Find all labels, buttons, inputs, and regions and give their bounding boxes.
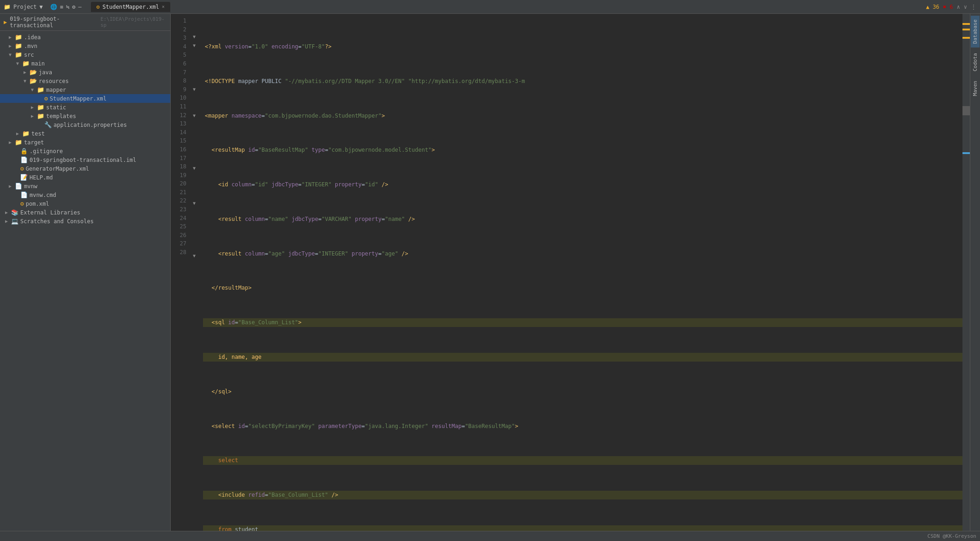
code-editor[interactable]: <?xml version="1.0" encoding="UTF-8"?> <… [198,14,962,531]
settings-icon[interactable]: ⚙ [72,4,75,10]
sidebar-item-pom[interactable]: ⚙ pom.xml [0,199,170,208]
line-content-1: <?xml version="1.0" encoding="UTF-8"?> [203,42,332,51]
fold-17 [190,157,198,166]
sidebar-item-idea[interactable]: ▶ 📁 .idea [0,33,170,42]
align-icon[interactable]: ≡ [60,4,63,10]
line-content-10: id, name, age [203,353,262,362]
code-line-15: from student [203,525,962,531]
right-tab-maven[interactable]: Maven [971,77,980,100]
extlibs-arrow: ▶ [4,210,9,215]
right-tab-database[interactable]: Database [971,16,980,48]
line-numbers: 12345 678910 1112131415 1617181920 21222… [171,14,190,531]
sidebar-item-resources[interactable]: ▼ 📂 resources [0,77,170,85]
java-arrow: ▶ [22,70,28,75]
static-folder-icon: 📁 [37,104,44,111]
fold-20 [190,183,198,192]
sidebar-item-java[interactable]: ▶ 📂 java [0,68,170,77]
sidebar-item-src[interactable]: ▼ 📁 src [0,50,170,59]
right-tab-codota[interactable]: Codota [971,49,980,75]
sidebar-item-static[interactable]: ▶ 📁 static [0,103,170,112]
templates-arrow: ▶ [30,113,35,119]
sidebar-item-test[interactable]: ▶ 📁 test [0,129,170,138]
fold-2[interactable] [190,25,198,34]
more-options-icon[interactable]: ⋮ [971,4,976,10]
idea-folder-icon: 📁 [15,34,22,41]
folder-icon: ▶ [4,19,7,25]
mvn-arrow: ▶ [7,43,13,48]
help-label: HELP.md [30,174,53,181]
project-path: E:\IDEA\Projects\019-sp [101,16,167,28]
sidebar-item-gitignore[interactable]: 🔒 .gitignore [0,147,170,155]
fold-18[interactable]: ▼ [190,166,198,174]
minimize-icon[interactable]: – [78,4,82,10]
sidebar-item-templates[interactable]: ▶ 📁 templates [0,112,170,120]
scroll-indicator[interactable] [962,14,970,531]
fold-13 [190,122,198,131]
extlibs-label: External Libraries [20,209,80,216]
sidebar-item-extlibs[interactable]: ▶ 📚 External Libraries [0,208,170,217]
editor-content[interactable]: 12345 678910 1112131415 1617181920 21222… [171,14,970,531]
sidebar-item-studentmapper[interactable]: ⚙ StudentMapper.xml [0,94,170,103]
scroll-warning-1 [962,23,970,25]
idea-arrow: ▶ [7,35,13,40]
fold-7 [190,69,198,78]
sidebar-item-mvn[interactable]: ▶ 📁 .mvn [0,42,170,50]
sidebar-item-mapper[interactable]: ▼ 📁 mapper [0,85,170,94]
scroll-bookmark [962,152,970,154]
fold-22[interactable]: ▼ [190,201,198,209]
sidebar-item-scratches[interactable]: ▶ 💻 Scratches and Consoles [0,217,170,226]
sidebar-item-main[interactable]: ▼ 📁 main [0,59,170,68]
code-line-9: <sql id="Base_Column_List"> [203,318,962,327]
nav-down-icon[interactable]: ∨ [964,4,967,10]
iml-label: 019-springboot-transactional.iml [30,157,136,163]
balance-icon[interactable]: ≒ [66,4,69,10]
src-label: src [24,52,34,58]
warning-count[interactable]: ▲ 36 [926,4,939,10]
sidebar-item-application[interactable]: 🔧 application.properties [0,120,170,129]
scroll-thumb[interactable] [962,106,970,115]
fold-28[interactable]: ▼ [190,253,198,262]
tab-studentmapper[interactable]: ⚙ StudentMapper.xml × [91,2,170,12]
app-label: application.properties [54,122,127,128]
fold-6 [190,60,198,69]
sidebar-item-help[interactable]: 📝 HELP.md [0,173,170,182]
file-tree: ▶ 📁 .idea ▶ 📁 .mvn ▼ 📁 src ▼ 📁 main [0,31,170,227]
line-content-3: <mapper namespace="com.bjpowernode.dao.S… [203,112,385,120]
target-arrow: ▶ [7,140,13,145]
fold-12[interactable]: ▼ [190,113,198,122]
sidebar-item-iml[interactable]: 📄 019-springboot-transactional.iml [0,155,170,164]
fold-9[interactable]: ▼ [190,87,198,95]
title-bar: 📁 Project ▼ 🌐 ≡ ≒ ⚙ – ⚙ StudentMapper.xm… [0,0,980,14]
pom-icon: ⚙ [20,200,24,207]
code-line-10: id, name, age [203,353,962,362]
code-line-4: <resultMap id="BaseResultMap" type="com.… [203,146,962,155]
tab-close-icon[interactable]: × [162,4,165,9]
resources-arrow: ▼ [22,78,28,83]
scratches-arrow: ▶ [4,219,9,224]
sidebar-item-mvnwcmd[interactable]: 📄 mvnw.cmd [0,190,170,199]
fold-4[interactable]: ▼ [190,43,198,52]
sidebar-item-target[interactable]: ▶ 📁 target [0,138,170,147]
status-bar-right: CSDN @KK-Greyson [927,533,976,539]
project-label[interactable]: Project [13,4,37,10]
fold-1[interactable] [190,17,198,25]
title-bar-left: 📁 Project ▼ 🌐 ≡ ≒ ⚙ – [4,4,82,10]
scratches-label: Scratches and Consoles [20,218,94,225]
pom-label: pom.xml [26,201,49,207]
fold-8 [190,78,198,87]
nav-up-icon[interactable]: ∧ [957,4,960,10]
sidebar-item-mvnw[interactable]: ▶ 📄 mvnw [0,182,170,190]
static-arrow: ▶ [30,105,35,110]
target-folder-icon: 📁 [15,139,22,146]
title-icons: 🌐 ≡ ≒ ⚙ – [50,4,82,10]
fold-3[interactable]: ▼ [190,34,198,43]
sidebar-item-generatormapper[interactable]: ⚙ GeneratorMapper.xml [0,164,170,173]
sidebar-header: ▶ 019-springboot-transactional E:\IDEA\P… [0,14,170,31]
error-count[interactable]: ✖ 6 [943,4,953,10]
project-chevron[interactable]: ▼ [40,4,43,10]
code-line-11: </sql> [203,387,962,396]
code-line-3: <mapper namespace="com.bjpowernode.dao.S… [203,111,962,120]
globe-icon[interactable]: 🌐 [50,4,57,10]
target-label: target [24,139,44,146]
line-content-9: <sql id="Base_Column_List"> [203,318,302,327]
